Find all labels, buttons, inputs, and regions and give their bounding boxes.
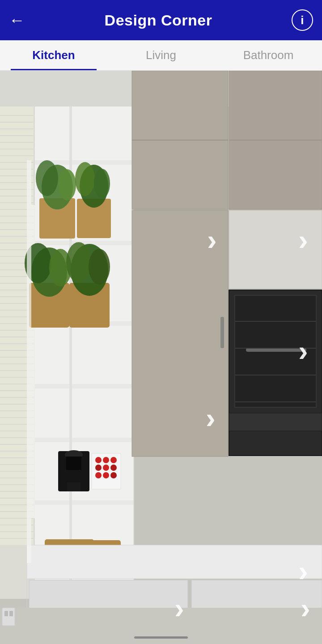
- svg-text:›: ›: [298, 223, 308, 256]
- svg-rect-112: [45, 539, 94, 568]
- svg-rect-119: [132, 210, 228, 456]
- svg-rect-120: [220, 317, 224, 348]
- scroll-indicator: [134, 636, 188, 639]
- svg-rect-93: [69, 283, 110, 328]
- svg-point-91: [49, 249, 72, 286]
- svg-rect-124: [229, 413, 322, 431]
- svg-rect-97: [58, 451, 89, 491]
- info-icon: i: [301, 13, 304, 27]
- svg-text:›: ›: [298, 554, 308, 587]
- svg-rect-70: [35, 160, 133, 165]
- svg-point-95: [66, 242, 91, 282]
- tab-living[interactable]: Living: [107, 40, 215, 70]
- svg-rect-136: [2, 608, 15, 626]
- svg-point-87: [29, 283, 69, 297]
- svg-point-80: [36, 160, 58, 196]
- svg-text:›: ›: [207, 223, 217, 256]
- svg-rect-134: [191, 580, 322, 644]
- tab-kitchen[interactable]: Kitchen: [0, 40, 107, 70]
- svg-rect-101: [92, 453, 121, 489]
- svg-rect-71: [35, 241, 133, 245]
- svg-point-105: [95, 465, 102, 471]
- svg-point-102: [95, 457, 102, 463]
- svg-rect-68: [31, 205, 35, 518]
- svg-rect-100: [67, 482, 80, 491]
- svg-rect-69: [35, 107, 133, 599]
- svg-point-86: [94, 169, 110, 198]
- svg-point-77: [39, 198, 75, 212]
- svg-point-90: [25, 243, 51, 283]
- kitchen-scene-svg: › › › › › › ›: [0, 71, 322, 644]
- svg-text:›: ›: [174, 592, 184, 624]
- svg-rect-88: [29, 283, 69, 328]
- svg-rect-116: [229, 71, 322, 209]
- svg-rect-130: [27, 545, 322, 579]
- svg-point-82: [77, 199, 111, 211]
- svg-rect-3: [0, 107, 34, 545]
- svg-point-94: [71, 244, 108, 296]
- svg-point-109: [103, 472, 109, 478]
- svg-point-85: [75, 162, 95, 196]
- svg-rect-74: [35, 438, 133, 442]
- svg-rect-83: [77, 199, 111, 238]
- svg-text:›: ›: [301, 592, 310, 624]
- svg-point-98: [65, 450, 83, 459]
- svg-point-113: [85, 540, 121, 554]
- svg-rect-125: [246, 348, 306, 352]
- svg-rect-0: [0, 71, 322, 644]
- svg-rect-99: [66, 456, 81, 470]
- svg-rect-114: [85, 540, 121, 567]
- svg-rect-78: [39, 198, 75, 239]
- svg-rect-76: [69, 107, 72, 599]
- back-button[interactable]: ←: [9, 12, 25, 28]
- svg-rect-1: [0, 71, 322, 107]
- header-title: Design Corner: [105, 12, 212, 29]
- svg-rect-138: [9, 611, 13, 616]
- svg-point-79: [42, 165, 73, 209]
- svg-point-84: [80, 165, 108, 208]
- svg-point-92: [69, 283, 110, 297]
- tab-bathroom[interactable]: Bathroom: [215, 40, 322, 70]
- tab-bar: Kitchen Living Bathroom: [0, 40, 322, 71]
- svg-point-96: [89, 249, 110, 285]
- svg-rect-115: [132, 71, 228, 209]
- main-content: › › › › › › ›: [0, 71, 322, 644]
- svg-rect-72: [35, 321, 133, 326]
- app-header: ← Design Corner i: [0, 0, 322, 40]
- svg-point-111: [45, 539, 94, 555]
- svg-text:›: ›: [298, 334, 308, 367]
- svg-point-103: [103, 457, 109, 463]
- info-button[interactable]: i: [292, 9, 313, 31]
- svg-point-108: [95, 472, 102, 478]
- svg-rect-75: [35, 500, 133, 505]
- svg-point-106: [103, 465, 109, 471]
- svg-text:›: ›: [206, 401, 216, 434]
- svg-rect-122: [229, 290, 322, 456]
- svg-point-104: [110, 457, 117, 463]
- svg-point-107: [110, 465, 117, 471]
- svg-point-89: [31, 247, 67, 297]
- svg-point-110: [110, 472, 117, 478]
- svg-rect-2: [0, 107, 134, 599]
- svg-rect-121: [229, 210, 322, 289]
- svg-rect-73: [35, 384, 133, 388]
- svg-rect-139: [27, 160, 31, 563]
- svg-point-81: [58, 169, 76, 200]
- svg-rect-137: [4, 611, 8, 616]
- svg-rect-133: [29, 580, 188, 644]
- svg-rect-123: [235, 295, 316, 407]
